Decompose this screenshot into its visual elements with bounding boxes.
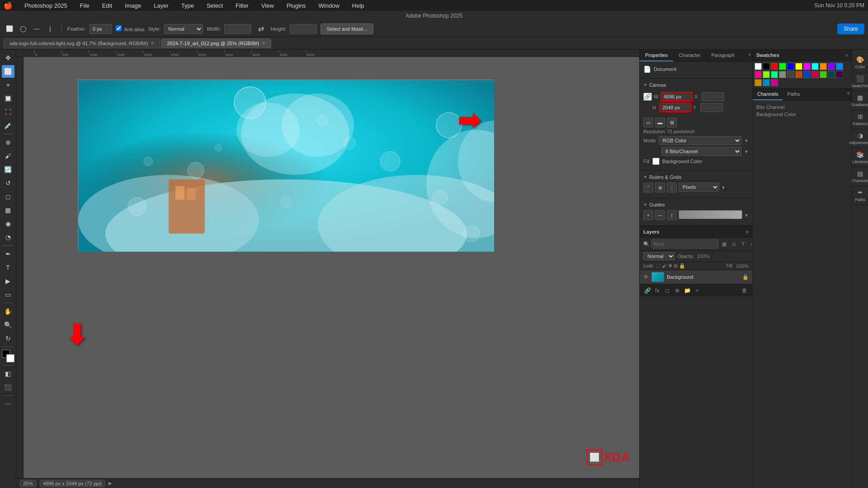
share-button[interactable]: Share <box>837 23 864 34</box>
right-adjustments-item[interactable]: ◑ Adjustments <box>852 129 868 148</box>
tool-lasso[interactable]: ⌖ <box>2 79 14 91</box>
menu-window[interactable]: Window <box>316 1 342 10</box>
guide-color-bar[interactable] <box>679 210 742 219</box>
menu-edit[interactable]: Edit <box>99 1 115 10</box>
right-swatches-item[interactable]: ⬛ Swatches <box>852 72 868 91</box>
layer-new-btn[interactable]: + <box>693 286 701 295</box>
tool-brush[interactable]: 🖌 <box>2 150 14 162</box>
tool-object-select[interactable]: 🔲 <box>2 92 14 105</box>
swatch-1[interactable] <box>763 63 770 70</box>
layers-expand-btn[interactable]: ≡ <box>746 229 749 235</box>
tab-character[interactable]: Character <box>673 50 706 61</box>
canvas-content[interactable]: ➡ ⬇ ⬜ XDA <box>24 57 639 478</box>
swatch-19[interactable] <box>820 71 827 78</box>
ruler-unit-select[interactable]: Pixels Inches Centimeters <box>679 183 719 192</box>
tab-channels[interactable]: Channels <box>753 89 783 100</box>
panel-collapse[interactable]: › <box>747 50 752 61</box>
tool-pen[interactable]: ✒ <box>2 248 14 260</box>
link-icon[interactable]: 🔗 <box>643 93 652 101</box>
ruler-corner-btn[interactable]: ⌜ <box>643 183 653 192</box>
swatch-10[interactable] <box>836 63 843 70</box>
guide-v-btn[interactable]: | <box>667 210 677 220</box>
guide-add-btn[interactable]: + <box>643 210 653 220</box>
canvas-height-input[interactable] <box>660 103 691 112</box>
blend-mode-select[interactable]: Normal Multiply Screen <box>643 252 675 260</box>
swatches-menu[interactable]: ≡ <box>845 53 848 58</box>
swatch-14[interactable] <box>779 71 786 78</box>
canvas-portrait-btn[interactable]: ▭ <box>643 117 653 127</box>
swatch-13[interactable] <box>771 71 778 78</box>
tool-history[interactable]: ↺ <box>2 177 14 189</box>
tool-marquee[interactable]: ⬜ <box>2 65 14 78</box>
lock-pixel-btn[interactable]: 🖌 <box>662 263 667 269</box>
swatch-9[interactable] <box>828 63 835 70</box>
layer-vis-btn[interactable]: 👁 <box>643 274 649 280</box>
x-coord-input[interactable] <box>702 92 724 101</box>
tool-move[interactable]: ✥ <box>2 52 14 64</box>
tab-properties[interactable]: Properties <box>640 50 673 61</box>
grid-btn[interactable]: ⊞ <box>655 183 665 192</box>
canvas-area[interactable]: 0 500 1000 1500 2000 2500 3000 3500 4000… <box>16 50 639 488</box>
right-patterns-item[interactable]: ⊞ Patterns <box>852 110 868 129</box>
y-coord-input[interactable] <box>700 103 723 112</box>
tab-png-close[interactable]: ✕ <box>262 41 265 46</box>
rulers-header[interactable]: ▼ Rulers & Grids <box>643 174 749 180</box>
tool-heal[interactable]: ⊕ <box>2 136 14 149</box>
swatch-3[interactable] <box>779 63 786 70</box>
layer-fx-btn[interactable]: fx <box>653 286 661 295</box>
tool-crop[interactable]: ⛶ <box>2 106 14 118</box>
tool-clone[interactable]: 🔃 <box>2 163 14 176</box>
ruler-unit-expand[interactable]: ▼ <box>721 183 726 192</box>
tool-eyedropper[interactable]: 💉 <box>2 119 14 132</box>
tool-hand[interactable]: ✋ <box>2 305 14 318</box>
layer-link-btn[interactable]: 🔗 <box>643 286 651 295</box>
layer-mask-btn[interactable]: ◻ <box>663 286 671 295</box>
menu-layer[interactable]: Layer <box>151 1 171 10</box>
toolbar-elliptical-marquee[interactable]: ◯ <box>17 23 29 35</box>
select-mask-button[interactable]: Select and Mask... <box>321 23 373 34</box>
grid-dots-btn[interactable]: ⋮ <box>667 183 677 192</box>
fg-bg-colors[interactable] <box>2 350 14 362</box>
tab-svg[interactable]: xda-logo-full-colored-light.svg @ 41.7% … <box>4 38 160 48</box>
bit-depth-expand[interactable]: ▼ <box>744 149 749 154</box>
swatch-23[interactable] <box>763 79 770 86</box>
filter-adjustment-btn[interactable]: ⊙ <box>730 240 738 248</box>
bit-depth-select[interactable]: 8 Bits/Channel 16 Bits/Channel 32 Bits/C… <box>661 147 741 156</box>
toolbar-rectangular-marquee[interactable]: ⬜ <box>4 23 15 35</box>
menu-file[interactable]: File <box>77 1 92 10</box>
swatch-4[interactable] <box>787 63 794 70</box>
tool-dodge[interactable]: ◔ <box>2 231 14 244</box>
height-input[interactable] <box>290 24 317 34</box>
cp-menu[interactable]: ≡ <box>845 89 852 100</box>
tab-paragraph[interactable]: Paragraph <box>706 50 740 61</box>
canvas-landscape-btn[interactable]: ▬ <box>655 117 665 127</box>
tool-zoom[interactable]: 🔍 <box>2 319 14 331</box>
tab-paths[interactable]: Paths <box>783 89 804 100</box>
filter-shape-btn[interactable]: ▭ <box>749 240 752 248</box>
tool-quick-mask[interactable]: ◧ <box>2 367 14 380</box>
swatch-2[interactable] <box>771 63 778 70</box>
filter-type-btn[interactable]: T <box>739 240 747 248</box>
right-libraries-item[interactable]: 📚 Libraries <box>852 148 868 167</box>
canvas-width-input[interactable] <box>661 92 693 101</box>
width-input[interactable] <box>224 24 251 34</box>
right-channels-item[interactable]: ▤ Channels <box>852 167 868 186</box>
tool-type[interactable]: T <box>2 261 14 274</box>
apple-menu[interactable]: 🍎 <box>4 1 13 10</box>
menu-image[interactable]: Image <box>122 1 144 10</box>
layer-group-btn[interactable]: 📁 <box>683 286 691 295</box>
anti-alias-checkbox[interactable] <box>116 25 122 31</box>
layer-background[interactable]: 👁 Background 🔒 <box>640 270 752 284</box>
swatch-18[interactable] <box>811 71 819 78</box>
menu-select[interactable]: Select <box>204 1 226 10</box>
swatch-0[interactable] <box>755 63 762 70</box>
background-color[interactable] <box>6 354 14 362</box>
menu-view[interactable]: View <box>259 1 277 10</box>
swatch-17[interactable] <box>803 71 811 78</box>
filter-pixel-btn[interactable]: ▦ <box>720 240 728 248</box>
swatch-6[interactable] <box>803 63 811 70</box>
swatch-7[interactable] <box>811 63 819 70</box>
swatch-22[interactable] <box>755 79 762 86</box>
tab-png[interactable]: 2024-7-19_art_012.png @ 25% (RGB/8#) ✕ <box>161 38 271 48</box>
tool-shape[interactable]: ▭ <box>2 288 14 301</box>
